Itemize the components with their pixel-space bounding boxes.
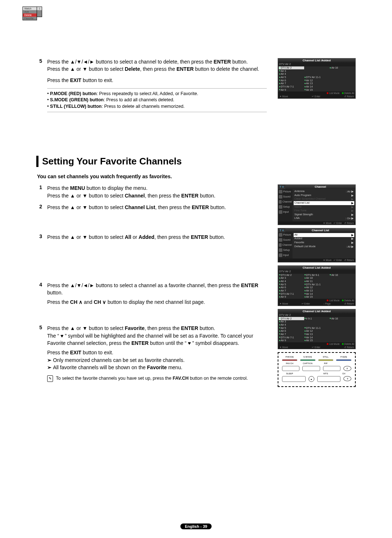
channel-item (329, 79, 355, 82)
bullet: • P.MODE (RED) button: Press repeatedly … (47, 91, 267, 97)
menu-row: Default List Mode: All ▶ (294, 245, 354, 249)
channel-item: ♥ Air 3 (279, 277, 304, 280)
channel-item: ♥ DTV Air 7-1 (279, 336, 304, 339)
side-nav-item: Setup (278, 204, 293, 209)
step-4: 4 Press the ▲/▼/◄/► buttons to select a … (36, 282, 267, 306)
channel-item: ♥ Air 5 (279, 76, 304, 79)
channel-item: ♥ Air 12 (304, 330, 330, 333)
step-text: Press the EXIT button to exit. (47, 77, 267, 84)
side-nav-item: Channel (278, 242, 293, 248)
channel-item: ♥ Air 12 (304, 79, 330, 82)
channel-item: ♥ Air 6 (279, 330, 304, 333)
channel-item (329, 320, 355, 323)
channel-item (304, 66, 330, 70)
channel-item: ♥ Air 14 (304, 292, 330, 296)
channel-item: ♥ DTV Air 7-1 (279, 292, 304, 296)
channel-item: ♥ Air 5 (279, 283, 304, 286)
osd-subtitle: DTV Air 2 (278, 62, 355, 66)
channel-item (329, 280, 355, 283)
channel-item (329, 326, 355, 330)
rec-button: ● (309, 376, 314, 382)
channel-item: ♥ Air 15 (304, 296, 330, 299)
channel-item: ♥ Air 13 (304, 289, 330, 293)
channel-item (329, 292, 355, 296)
section-heading: Setting Your Favorite Channels (36, 156, 356, 167)
channel-item: ♥ Air 9 (279, 296, 304, 299)
osd-return: ↺ Return (344, 95, 354, 98)
bullet: • S.MODE (GREEN) button: Press to add al… (47, 97, 267, 103)
channel-item (329, 323, 355, 327)
info-note: ✎ To select the favorite channels you ha… (47, 375, 267, 382)
channel-item (329, 277, 355, 280)
menu-row: Clear Scrambled Channel ▶ (294, 197, 354, 201)
channel-item (329, 82, 355, 85)
osd-move: ✦ Move (279, 95, 288, 98)
channel-item: ♥ Air 3 (279, 320, 304, 323)
step-number: 5 (36, 58, 42, 84)
channel-item: ♥ Air 16 (329, 317, 355, 320)
channel-item: ♥ Air 9 (279, 339, 304, 342)
channel-item (329, 339, 355, 342)
menu-row: Channel List ▶ (294, 201, 354, 205)
step-3: 3 Press the ▲ or ▼ button to select All … (36, 233, 267, 241)
channel-item: ♥ Air 4 (279, 323, 304, 327)
channel-item (329, 336, 355, 339)
channel-item (329, 333, 355, 336)
ch-up-button: ∧ (343, 366, 351, 371)
favch-button (282, 366, 299, 371)
still-button (318, 359, 334, 361)
osd-channel-list-favorite-popup: Channel List /Added DTV Air 2 ♥ DTV Air … (278, 309, 356, 350)
channel-item: ♥ Air 7 (279, 82, 304, 85)
channel-item (329, 330, 355, 333)
step-text: Press the ▲/▼/◄/► buttons to select a ch… (47, 58, 267, 65)
bullet: • STILL (YELLOW) button: Press to delete… (47, 103, 267, 110)
channel-item (329, 283, 355, 286)
pip-button (323, 366, 340, 371)
channel-item: ♥ DTV Air 2 (279, 66, 304, 70)
channel-item (304, 323, 330, 327)
channel-item: ♥ Air 4 (279, 280, 304, 283)
mts-button (317, 376, 341, 382)
menu-row: Favorite ▶ (294, 241, 354, 245)
menu-row: LNA: On ▶ (294, 217, 354, 221)
channel-item: ♥ Air 16 (329, 66, 355, 70)
channel-item: ♥ Air 14 (304, 336, 330, 339)
menu-row: Added ▶ (294, 237, 354, 241)
channel-item (329, 289, 355, 293)
info-icon: ✎ (47, 375, 53, 382)
channel-item: ♥ Air 7 (279, 289, 304, 293)
channel-item (329, 69, 355, 73)
channel-item: ♥ Air 5 (279, 326, 304, 330)
channel-item: ♥ Air 7 (279, 333, 304, 336)
side-nav-item: Input (278, 209, 293, 215)
section-intro: You can set channels you watch frequentl… (37, 174, 356, 179)
channel-item (329, 286, 355, 289)
osd-channel-menu: T V Channel PictureSoundChannelSetupInpu… (278, 184, 356, 225)
channel-item: ♥ Air 9 (279, 88, 304, 91)
menu-row: Name ▶ (294, 205, 354, 209)
osd-popup: Watch Add Delete Favorite (23, 7, 37, 20)
psize-button (336, 359, 351, 361)
channel-item: ♥ Air 15 (304, 88, 330, 91)
step-1: 1 Press the MENU button to display the m… (36, 184, 267, 199)
step-5: 5 Press the ▲ or ▼ button to select Favo… (36, 325, 267, 371)
step-2: 2 Press the ▲ or ▼ button to select Chan… (36, 204, 267, 211)
channel-item (329, 296, 355, 299)
step-text: Press the ▲ or ▼ button to select Delete… (47, 65, 267, 73)
smode-button (300, 359, 315, 361)
channel-item: ♥ DTV Air 11-1 (304, 326, 330, 330)
channel-item: ♥ Air 10 (304, 277, 330, 280)
channel-item: ♥ Air 13 (304, 333, 330, 336)
channel-item: ♥ DTV Air 2 (279, 317, 304, 320)
osd-enter: ↵ Enter (312, 95, 320, 98)
menu-row: Fine Tune ▶ (294, 209, 354, 213)
channel-item (304, 320, 330, 323)
channel-item: ♥ Air 3 (279, 69, 304, 73)
caption-button (302, 366, 320, 371)
side-nav-item: Sound (278, 237, 293, 242)
channel-item (329, 88, 355, 91)
channel-item (329, 85, 355, 89)
channel-item: ♥ Air 4 (279, 73, 304, 76)
channel-item: ♥ DTV Air 11-1 (304, 283, 330, 286)
channel-item (329, 76, 355, 79)
